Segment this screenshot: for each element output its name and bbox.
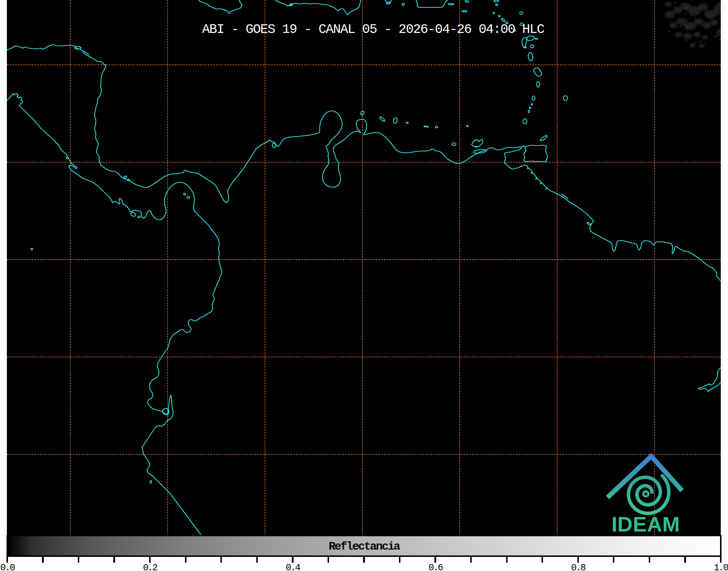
svg-text:ABI - GOES 19 - CANAL 05 - 202: ABI - GOES 19 - CANAL 05 - 2026-04-26 04… [202, 22, 544, 37]
svg-text:IDEAM: IDEAM [611, 512, 680, 535]
